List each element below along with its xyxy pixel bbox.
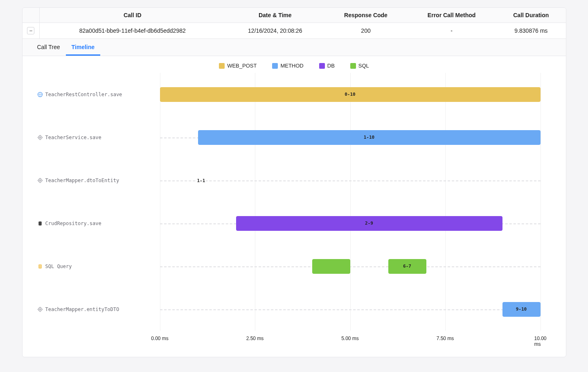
gantt-row: TeacherMapper.dtoToEntity1-1 bbox=[37, 159, 551, 202]
gantt-bar[interactable]: 9-10 bbox=[502, 302, 541, 317]
header-call-id: Call ID bbox=[40, 8, 225, 23]
gantt-row-label: SQL Query bbox=[37, 264, 152, 269]
legend-label: SQL bbox=[358, 63, 369, 69]
header-duration: Call Duration bbox=[496, 8, 565, 23]
gantt-bar[interactable]: 1-10 bbox=[198, 130, 541, 145]
cell-datetime: 12/16/2024, 20:08:26 bbox=[225, 23, 325, 39]
x-tick: 10.00 ms bbox=[534, 336, 546, 347]
gantt-row: TeacherMapper.entityToDTO9-10 bbox=[37, 288, 551, 331]
gantt-row-label: TeacherService.save bbox=[37, 135, 152, 140]
tab-timeline[interactable]: Timeline bbox=[66, 39, 101, 56]
gantt-row-name: CrudRepository.save bbox=[45, 221, 101, 226]
chart-legend: WEB_POSTMETHODDBSQL bbox=[23, 56, 566, 73]
cell-duration: 9.830876 ms bbox=[496, 23, 565, 39]
legend-label: METHOD bbox=[280, 63, 303, 69]
db-icon bbox=[37, 221, 43, 226]
gantt-row-name: TeacherMapper.dtoToEntity bbox=[45, 178, 119, 183]
header-error-method: Error Call Method bbox=[407, 8, 496, 23]
legend-item[interactable]: SQL bbox=[350, 63, 369, 69]
legend-label: DB bbox=[327, 63, 335, 69]
gantt-row: TeacherRestController.save0-10 bbox=[37, 73, 551, 116]
gantt-row-baseline bbox=[160, 266, 541, 267]
gantt-bar[interactable]: 0-10 bbox=[160, 87, 541, 102]
gantt-chart: TeacherRestController.save0-10TeacherSer… bbox=[23, 73, 566, 357]
gantt-row-label: CrudRepository.save bbox=[37, 221, 152, 226]
gantt-row: TeacherService.save1-10 bbox=[37, 116, 551, 159]
header-response-code: Response Code bbox=[325, 8, 407, 23]
gantt-row-name: TeacherRestController.save bbox=[45, 92, 122, 97]
x-tick: 5.00 ms bbox=[341, 336, 359, 341]
gantt-row-baseline bbox=[160, 309, 541, 310]
globe-icon bbox=[37, 92, 43, 97]
gantt-row-label: TeacherMapper.entityToDTO bbox=[37, 307, 152, 312]
cell-error-method: - bbox=[407, 23, 496, 39]
legend-item[interactable]: DB bbox=[319, 63, 335, 69]
x-tick: 2.50 ms bbox=[246, 336, 264, 341]
svg-point-20 bbox=[38, 307, 42, 311]
gantt-row-baseline bbox=[160, 180, 541, 181]
gear-icon bbox=[37, 178, 43, 183]
gantt-row-name: TeacherService.save bbox=[45, 135, 101, 140]
header-expand-col bbox=[23, 8, 40, 23]
legend-swatch bbox=[350, 63, 356, 69]
svg-point-3 bbox=[38, 135, 42, 139]
gantt-bar[interactable] bbox=[312, 259, 350, 274]
legend-label: WEB_POST bbox=[227, 63, 257, 69]
svg-point-9 bbox=[38, 178, 42, 182]
header-datetime: Date & Time bbox=[225, 8, 325, 23]
gantt-row-name: SQL Query bbox=[45, 264, 72, 269]
call-header-table: Call ID Date & Time Response Code Error … bbox=[23, 8, 566, 39]
svg-point-21 bbox=[39, 309, 41, 310]
tab-call-tree[interactable]: Call Tree bbox=[32, 39, 66, 56]
svg-point-10 bbox=[39, 180, 41, 181]
gantt-bar[interactable]: 2-9 bbox=[236, 216, 502, 231]
gantt-bar[interactable]: 6-7 bbox=[388, 259, 426, 274]
sql-icon bbox=[37, 264, 43, 269]
legend-swatch bbox=[219, 63, 225, 69]
x-tick: 7.50 ms bbox=[437, 336, 454, 341]
legend-item[interactable]: METHOD bbox=[272, 63, 303, 69]
gantt-row: CrudRepository.save2-9 bbox=[37, 202, 551, 245]
trace-panel: Call ID Date & Time Response Code Error … bbox=[22, 7, 566, 357]
gantt-row-label: TeacherRestController.save bbox=[37, 92, 152, 97]
gantt-row: SQL Query6-7 bbox=[37, 245, 551, 288]
collapse-button[interactable]: − bbox=[27, 27, 34, 34]
x-axis: 0.00 ms2.50 ms5.00 ms7.50 ms10.00 ms bbox=[160, 333, 541, 345]
gear-icon bbox=[37, 307, 43, 312]
table-row: − 82a00d51-bbe9-11ef-b4ef-db6d5edd2982 1… bbox=[23, 23, 566, 39]
gantt-row-label: TeacherMapper.dtoToEntity bbox=[37, 178, 152, 183]
cell-response-code: 200 bbox=[325, 23, 407, 39]
table-header-row: Call ID Date & Time Response Code Error … bbox=[23, 8, 566, 23]
legend-swatch bbox=[319, 63, 325, 69]
x-tick: 0.00 ms bbox=[151, 336, 169, 341]
gantt-row-name: TeacherMapper.entityToDTO bbox=[45, 307, 119, 312]
legend-swatch bbox=[272, 63, 278, 69]
tab-bar: Call Tree Timeline bbox=[23, 39, 566, 56]
gantt-bar-label: 1-1 bbox=[196, 178, 206, 183]
cell-call-id: 82a00d51-bbe9-11ef-b4ef-db6d5edd2982 bbox=[40, 23, 225, 39]
legend-item[interactable]: WEB_POST bbox=[219, 63, 257, 69]
gear-icon bbox=[37, 135, 43, 140]
svg-point-4 bbox=[39, 137, 41, 138]
